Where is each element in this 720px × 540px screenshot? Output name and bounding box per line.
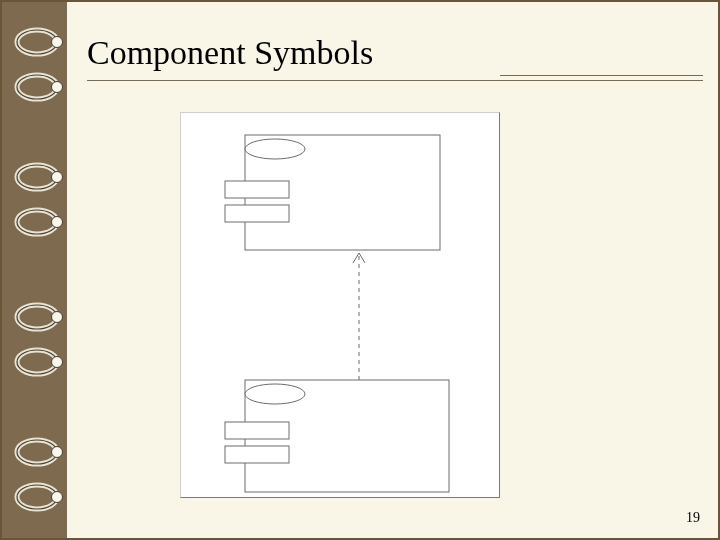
svg-point-29: [245, 384, 305, 404]
binder-ring-icon: [5, 477, 65, 517]
title-rule-upper: [500, 75, 703, 76]
svg-rect-30: [225, 422, 289, 439]
component-diagram: [180, 112, 500, 498]
svg-point-2: [52, 37, 63, 48]
svg-rect-27: [225, 205, 289, 222]
binder-ring-icon: [5, 202, 65, 242]
diagram-svg: [181, 113, 499, 497]
binder-ring-icon: [5, 432, 65, 472]
binder-ring-icon: [5, 67, 65, 107]
svg-point-20: [52, 447, 63, 458]
svg-point-25: [245, 139, 305, 159]
binder-ring-icon: [5, 297, 65, 337]
slide-title: Component Symbols: [87, 34, 373, 72]
svg-line-34: [359, 253, 365, 263]
svg-rect-31: [225, 446, 289, 463]
svg-rect-26: [225, 181, 289, 198]
slide-frame: Component Symbols 19: [0, 0, 720, 540]
page-number: 19: [686, 510, 700, 526]
binder-ring-icon: [5, 342, 65, 382]
svg-line-33: [353, 253, 359, 263]
binder-ring-icon: [5, 22, 65, 62]
svg-point-17: [52, 357, 63, 368]
title-rule: [87, 80, 703, 81]
svg-point-5: [52, 82, 63, 93]
svg-point-8: [52, 172, 63, 183]
svg-point-23: [52, 492, 63, 503]
svg-point-11: [52, 217, 63, 228]
binder-ring-icon: [5, 157, 65, 197]
svg-point-14: [52, 312, 63, 323]
